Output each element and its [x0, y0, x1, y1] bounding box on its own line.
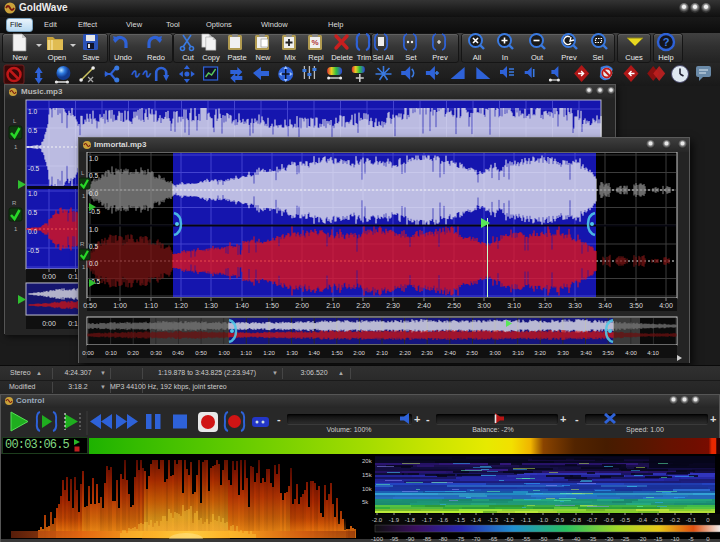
svg-text:-1.1: -1.1 [521, 517, 532, 523]
svg-text:3:20: 3:20 [534, 350, 546, 356]
svg-text:1.0: 1.0 [89, 226, 98, 233]
svg-text:-30: -30 [605, 536, 614, 542]
svg-text:2:20: 2:20 [356, 302, 370, 309]
svg-text:2:30: 2:30 [386, 302, 400, 309]
svg-text:-50: -50 [539, 536, 548, 542]
svg-text:0.0: 0.0 [89, 190, 98, 197]
svg-text:3:50: 3:50 [629, 302, 643, 309]
svg-text:1.0: 1.0 [28, 108, 37, 115]
svg-text:5k: 5k [362, 499, 369, 505]
svg-text:-0.5: -0.5 [28, 247, 40, 254]
svg-text:-0.5: -0.5 [620, 517, 631, 523]
svg-text:0.5: 0.5 [28, 209, 37, 216]
svg-text:-0.9: -0.9 [554, 517, 565, 523]
svg-text:0:00: 0:00 [82, 350, 94, 356]
svg-text:-95: -95 [390, 536, 399, 542]
svg-text:0.5: 0.5 [28, 127, 37, 134]
svg-text:0: 0 [706, 536, 710, 542]
svg-text:-55: -55 [522, 536, 531, 542]
svg-text:-1.9: -1.9 [389, 517, 400, 523]
svg-text:3:30: 3:30 [568, 302, 582, 309]
svg-text:3:40: 3:40 [580, 350, 592, 356]
svg-text:-15: -15 [654, 536, 663, 542]
svg-text:-100: -100 [371, 536, 384, 542]
svg-text:-5: -5 [688, 536, 694, 542]
svg-text:-60: -60 [505, 536, 514, 542]
svg-text:3:10: 3:10 [507, 302, 521, 309]
svg-text:1:40: 1:40 [235, 302, 249, 309]
svg-text:2:20: 2:20 [399, 350, 411, 356]
svg-text:-70: -70 [472, 536, 481, 542]
svg-text:1:30: 1:30 [204, 302, 218, 309]
svg-text:4:10: 4:10 [647, 350, 659, 356]
svg-text:-80: -80 [439, 536, 448, 542]
svg-text:-1.2: -1.2 [504, 517, 515, 523]
svg-text:4:00: 4:00 [659, 302, 673, 309]
svg-text:-0.6: -0.6 [604, 517, 615, 523]
svg-text:0.0: 0.0 [89, 260, 98, 267]
svg-text:-90: -90 [406, 536, 415, 542]
svg-text:1.0: 1.0 [28, 190, 37, 197]
svg-text:-40: -40 [572, 536, 581, 542]
svg-text:1.0: 1.0 [89, 155, 98, 162]
svg-text:3:10: 3:10 [512, 350, 524, 356]
svg-text:-10: -10 [671, 536, 680, 542]
svg-text:?: ? [663, 36, 670, 48]
svg-text:2:10: 2:10 [326, 302, 340, 309]
svg-text:-0.3: -0.3 [653, 517, 664, 523]
svg-text:1:20: 1:20 [174, 302, 188, 309]
svg-text:1:00: 1:00 [113, 302, 127, 309]
svg-text:1:10: 1:10 [240, 350, 252, 356]
svg-text:-65: -65 [489, 536, 498, 542]
svg-text:1:20: 1:20 [263, 350, 275, 356]
svg-text:1:40: 1:40 [308, 350, 320, 356]
svg-text:-45: -45 [555, 536, 564, 542]
svg-text:-0.5: -0.5 [28, 165, 40, 172]
svg-text:2:30: 2:30 [421, 350, 433, 356]
svg-text:-75: -75 [456, 536, 465, 542]
svg-text:3:20: 3:20 [538, 302, 552, 309]
svg-text:3:30: 3:30 [557, 350, 569, 356]
svg-text:-35: -35 [588, 536, 597, 542]
svg-text:10k: 10k [362, 486, 373, 492]
svg-text:2:00: 2:00 [353, 350, 365, 356]
svg-text:-20: -20 [638, 536, 647, 542]
svg-text:3:40: 3:40 [598, 302, 612, 309]
svg-text:-0.1: -0.1 [686, 517, 697, 523]
svg-text:2:00: 2:00 [295, 302, 309, 309]
svg-text:-85: -85 [423, 536, 432, 542]
svg-text:-1.7: -1.7 [422, 517, 433, 523]
svg-text:-1.0: -1.0 [538, 517, 549, 523]
svg-text:-25: -25 [621, 536, 630, 542]
svg-text:%: % [311, 38, 318, 47]
svg-text:1:50: 1:50 [265, 302, 279, 309]
svg-text:2:50: 2:50 [447, 302, 461, 309]
svg-text:-1.6: -1.6 [438, 517, 449, 523]
svg-text:3:50: 3:50 [602, 350, 614, 356]
svg-text:0:00: 0:00 [42, 273, 56, 280]
svg-text:∿∿: ∿∿ [130, 66, 153, 81]
svg-text:0:30: 0:30 [150, 350, 162, 356]
svg-text:0:10: 0:10 [105, 350, 117, 356]
svg-text:0:00: 0:00 [42, 320, 56, 327]
svg-text:1:10: 1:10 [144, 302, 158, 309]
svg-text:1:50: 1:50 [331, 350, 343, 356]
svg-text:-0.2: -0.2 [670, 517, 681, 523]
svg-text:1:30: 1:30 [286, 350, 298, 356]
svg-text:-2.0: -2.0 [372, 517, 383, 523]
svg-text:-1.4: -1.4 [471, 517, 482, 523]
svg-text:0:40: 0:40 [172, 350, 184, 356]
svg-text:3:00: 3:00 [477, 302, 491, 309]
svg-text:3:00: 3:00 [489, 350, 501, 356]
svg-text:-1.8: -1.8 [405, 517, 416, 523]
svg-text:R: R [80, 241, 85, 247]
svg-text:-0.8: -0.8 [571, 517, 582, 523]
svg-text:15k: 15k [362, 472, 373, 478]
svg-text:0.0: 0.0 [28, 228, 37, 235]
svg-text:1:00: 1:00 [218, 350, 230, 356]
svg-text:0:50: 0:50 [83, 302, 97, 309]
svg-text:R: R [12, 200, 17, 206]
svg-text:0.5: 0.5 [89, 172, 98, 179]
svg-text:-1.3: -1.3 [488, 517, 499, 523]
svg-text:20k: 20k [362, 458, 373, 464]
